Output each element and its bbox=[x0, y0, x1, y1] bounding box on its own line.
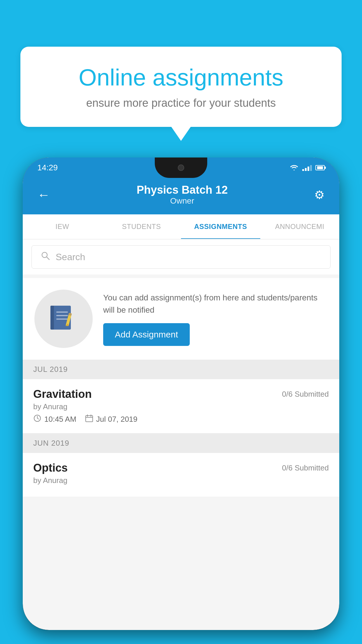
status-time: 14:29 bbox=[37, 163, 58, 172]
svg-rect-4 bbox=[56, 312, 68, 313]
promo-section: You can add assignment(s) from here and … bbox=[23, 278, 339, 360]
tab-students[interactable]: STUDENTS bbox=[102, 214, 181, 239]
table-row[interactable]: Gravitation 0/6 Submitted by Anurag bbox=[23, 379, 339, 433]
assignment-submitted-2: 0/6 Submitted bbox=[282, 463, 329, 473]
tab-iew[interactable]: IEW bbox=[23, 214, 102, 239]
promo-description: You can add assignment(s) from here and … bbox=[103, 292, 328, 316]
svg-line-1 bbox=[47, 257, 49, 260]
date-meta: Jul 07, 2019 bbox=[85, 414, 138, 424]
header-title-group: Physics Batch 12 Owner bbox=[137, 184, 228, 206]
promo-icon-circle bbox=[34, 290, 93, 348]
svg-rect-3 bbox=[50, 306, 54, 330]
app-header: ← Physics Batch 12 Owner ⚙ bbox=[23, 178, 339, 214]
wifi-icon bbox=[289, 164, 299, 171]
tab-assignments[interactable]: ASSIGNMENTS bbox=[181, 214, 260, 239]
svg-line-12 bbox=[37, 418, 39, 419]
camera bbox=[178, 164, 184, 171]
search-container: Search bbox=[23, 239, 339, 274]
signal-icon bbox=[302, 164, 312, 171]
add-assignment-button[interactable]: Add Assignment bbox=[103, 323, 190, 346]
assignment-submitted: 0/6 Submitted bbox=[282, 390, 329, 399]
header-subtitle: Owner bbox=[137, 196, 228, 206]
assignment-row-top: Gravitation 0/6 Submitted bbox=[33, 388, 329, 400]
section-jun-2019: JUN 2019 bbox=[23, 433, 339, 453]
assignment-meta: 10:45 AM Jul 07, 2019 bbox=[33, 414, 329, 424]
promo-content: You can add assignment(s) from here and … bbox=[103, 292, 328, 346]
speech-bubble-title: Online assignments bbox=[41, 64, 321, 91]
tabs-bar: IEW STUDENTS ASSIGNMENTS ANNOUNCEMI bbox=[23, 214, 339, 239]
assignment-author: by Anurag bbox=[33, 402, 329, 411]
status-icons bbox=[289, 164, 325, 171]
battery-icon bbox=[315, 165, 325, 170]
settings-icon[interactable]: ⚙ bbox=[314, 188, 325, 202]
search-icon bbox=[41, 251, 50, 263]
search-placeholder: Search bbox=[56, 252, 85, 262]
phone-container: 14:29 bbox=[23, 158, 339, 644]
svg-rect-5 bbox=[56, 315, 68, 316]
speech-bubble-subtitle: ensure more practice for your students bbox=[41, 97, 321, 109]
notebook-icon bbox=[48, 303, 80, 335]
search-bar[interactable]: Search bbox=[31, 245, 331, 269]
phone-frame: 14:29 bbox=[23, 158, 339, 630]
table-row[interactable]: Optics 0/6 Submitted by Anurag bbox=[23, 453, 339, 497]
section-jul-2019: JUL 2019 bbox=[23, 360, 339, 379]
notch bbox=[155, 158, 207, 178]
header-title: Physics Batch 12 bbox=[137, 184, 228, 196]
assignment-name-2: Optics bbox=[33, 462, 68, 474]
clock-icon bbox=[33, 414, 41, 424]
tab-announcements[interactable]: ANNOUNCEMI bbox=[260, 214, 340, 239]
svg-rect-6 bbox=[56, 318, 68, 320]
time-meta: 10:45 AM bbox=[33, 414, 76, 424]
back-button[interactable]: ← bbox=[37, 188, 50, 202]
svg-rect-13 bbox=[86, 416, 93, 422]
assignment-time: 10:45 AM bbox=[44, 415, 76, 424]
assignment-row-top-2: Optics 0/6 Submitted bbox=[33, 462, 329, 474]
speech-bubble: Online assignments ensure more practice … bbox=[20, 47, 342, 127]
assignment-name: Gravitation bbox=[33, 388, 92, 400]
assignment-author-2: by Anurag bbox=[33, 476, 329, 485]
calendar-icon bbox=[85, 414, 93, 424]
phone-screen: 14:29 bbox=[23, 158, 339, 630]
speech-bubble-container: Online assignments ensure more practice … bbox=[20, 47, 342, 127]
assignment-date: Jul 07, 2019 bbox=[96, 415, 138, 424]
